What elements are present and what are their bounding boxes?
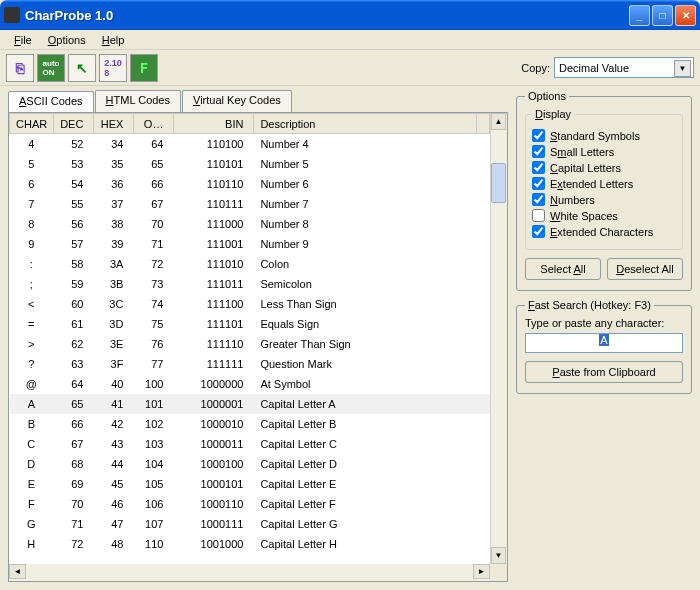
table-row[interactable]: 6543666110110Number 6	[10, 174, 490, 194]
char-table[interactable]: CHAR DEC HEX O… BIN Description 45234641…	[9, 113, 490, 554]
minimize-button[interactable]: _	[629, 5, 650, 26]
table-row[interactable]: A65411011000001Capital Letter A	[10, 394, 490, 414]
app-icon	[4, 7, 20, 23]
copy-label: Copy:	[521, 62, 550, 74]
tool-btn-number[interactable]: 2.108	[99, 54, 127, 82]
table-row[interactable]: B66421021000010Capital Letter B	[10, 414, 490, 434]
table-row[interactable]: D68441041000100Capital Letter D	[10, 454, 490, 474]
tool-btn-arrow[interactable]: ↖	[68, 54, 96, 82]
cb-whitespace[interactable]	[532, 209, 545, 222]
table-row[interactable]: >623E76111110Greater Than Sign	[10, 334, 490, 354]
tool-btn-f[interactable]: F	[130, 54, 158, 82]
copy-select[interactable]: Decimal Value	[554, 57, 694, 78]
table-row[interactable]: C67431031000011Capital Letter C	[10, 434, 490, 454]
horizontal-scrollbar[interactable]: ◄ ►	[9, 564, 490, 581]
display-group: Display Standard Symbols Small Letters C…	[525, 108, 683, 250]
menubar: File Options Help	[0, 30, 700, 50]
col-oct[interactable]: O…	[134, 114, 174, 134]
scroll-right-icon[interactable]: ►	[473, 564, 490, 579]
table-row[interactable]: ;593B73111011Semicolon	[10, 274, 490, 294]
fast-search-group: Fast Search (Hotkey: F3) Type or paste a…	[516, 299, 692, 394]
cb-extended-chars[interactable]	[532, 225, 545, 238]
col-char[interactable]: CHAR	[10, 114, 54, 134]
menu-file[interactable]: File	[6, 32, 40, 48]
titlebar[interactable]: CharProbe 1.0 _ □ ✕	[0, 0, 700, 30]
scroll-thumb[interactable]	[491, 163, 506, 203]
table-row[interactable]: ?633F77111111Question Mark	[10, 354, 490, 374]
toolbar: ⎘ autoON ↖ 2.108 F Copy: Decimal Value	[0, 50, 700, 86]
col-dec[interactable]: DEC	[54, 114, 94, 134]
tab-vk[interactable]: Virtual Key Codes	[182, 90, 292, 112]
scroll-down-icon[interactable]: ▼	[491, 547, 506, 564]
vertical-scrollbar[interactable]: ▲ ▼	[490, 113, 507, 581]
tabs: ASCII Codes HTML Codes Virtual Key Codes	[8, 90, 508, 112]
cb-standard[interactable]	[532, 129, 545, 142]
table-container: CHAR DEC HEX O… BIN Description 45234641…	[8, 112, 508, 582]
paste-button[interactable]: Paste from Clipboard	[525, 361, 683, 383]
menu-options[interactable]: Options	[40, 32, 94, 48]
menu-help[interactable]: Help	[94, 32, 133, 48]
window-title: CharProbe 1.0	[25, 8, 629, 23]
cb-extended-letters[interactable]	[532, 177, 545, 190]
options-legend: Options	[525, 90, 569, 102]
table-row[interactable]: =613D75111101Equals Sign	[10, 314, 490, 334]
maximize-button[interactable]: □	[652, 5, 673, 26]
table-row[interactable]: <603C74111100Less Than Sign	[10, 294, 490, 314]
table-row[interactable]: H72481101001000Capital Letter H	[10, 534, 490, 554]
display-legend: Display	[532, 108, 574, 120]
table-row[interactable]: E69451051000101Capital Letter E	[10, 474, 490, 494]
close-button[interactable]: ✕	[675, 5, 696, 26]
deselect-all-button[interactable]: Deselect All	[607, 258, 683, 280]
table-row[interactable]: 8563870111000Number 8	[10, 214, 490, 234]
cb-numbers[interactable]	[532, 193, 545, 206]
table-row[interactable]: 9573971111001Number 9	[10, 234, 490, 254]
col-bin[interactable]: BIN	[174, 114, 254, 134]
search-input[interactable]: A	[525, 333, 683, 353]
cb-small[interactable]	[532, 145, 545, 158]
col-hex[interactable]: HEX	[94, 114, 134, 134]
select-all-button[interactable]: Select All	[525, 258, 601, 280]
col-desc[interactable]: Description	[254, 114, 477, 134]
table-row[interactable]: @64401001000000At Symbol	[10, 374, 490, 394]
cb-capital[interactable]	[532, 161, 545, 174]
table-row[interactable]: F70461061000110Capital Letter F	[10, 494, 490, 514]
table-row[interactable]: G71471071000111Capital Letter G	[10, 514, 490, 534]
tool-btn-auto[interactable]: autoON	[37, 54, 65, 82]
table-row[interactable]: 5533565110101Number 5	[10, 154, 490, 174]
tool-btn-1[interactable]: ⎘	[6, 54, 34, 82]
options-group: Options Display Standard Symbols Small L…	[516, 90, 692, 291]
table-row[interactable]: :583A72111010Colon	[10, 254, 490, 274]
scroll-up-icon[interactable]: ▲	[491, 113, 506, 130]
search-legend: Fast Search (Hotkey: F3)	[525, 299, 654, 311]
table-row[interactable]: 7553767110111Number 7	[10, 194, 490, 214]
tab-ascii[interactable]: ASCII Codes	[8, 91, 94, 113]
table-row[interactable]: 4523464110100Number 4	[10, 134, 490, 154]
scroll-left-icon[interactable]: ◄	[9, 564, 26, 579]
search-label: Type or paste any character:	[525, 317, 683, 329]
tab-html[interactable]: HTML Codes	[95, 90, 181, 112]
